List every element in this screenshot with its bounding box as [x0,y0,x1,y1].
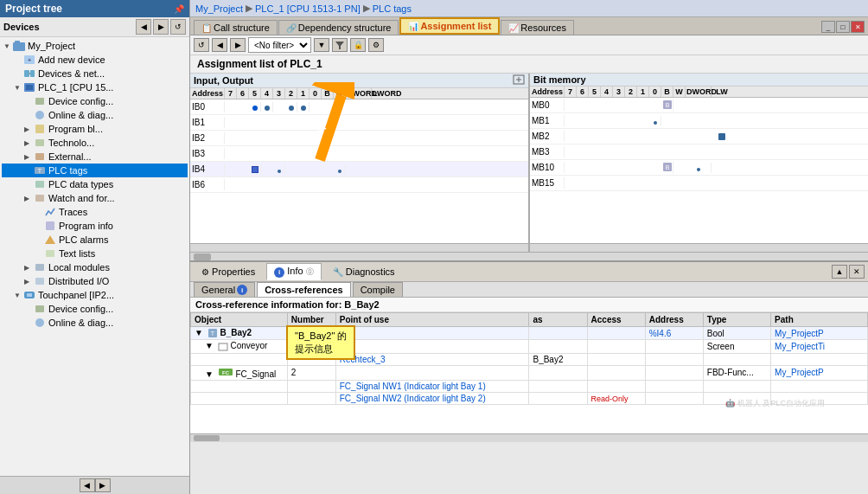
text-lists-icon [43,247,57,260]
sidebar-item-watch-for[interactable]: ▶ Watch and for... [2,191,188,205]
fc-expand-icon[interactable]: ▼ [205,369,214,379]
subtab-general[interactable]: General i [194,282,255,297]
sidebar-item-external[interactable]: ▶ External... [2,150,188,164]
panel-btn-expand[interactable]: ▲ [832,265,847,279]
io-addr-ib3: IB3 [190,148,225,159]
sidebar-btn-3[interactable]: ↺ [170,19,186,35]
xref-cell-number: 1 [287,340,335,353]
filter-dropdown-btn[interactable]: ▼ [314,38,329,52]
xref-col-access: Access [587,313,645,327]
io-col-4: 4 [261,88,273,99]
tab-dependency-structure[interactable]: 🔗 Dependency structure [278,20,399,35]
subtab-cross-references[interactable]: Cross-references [257,282,351,297]
window-close[interactable]: ✕ [851,21,865,33]
sidebar-item-technolo[interactable]: ▶ Technolo... [2,136,188,150]
plc-icon [22,81,36,93]
xref-cell-access [587,380,645,392]
xref-cell-path [771,353,868,365]
nav-right-btn[interactable]: ▶ [230,38,246,52]
xref-cell-point-of-use [335,340,529,353]
tab-properties[interactable]: ⚙ Properties [194,264,263,279]
xref-scrollbar-h[interactable] [190,433,868,442]
panel-btn-close[interactable]: ✕ [849,265,865,279]
dependency-icon: 🔗 [286,23,297,33]
sidebar-item-text-lists[interactable]: Text lists [2,247,188,260]
tree-arrow: ▼ [3,42,12,50]
sidebar-item-device-config[interactable]: Device config... [2,94,188,108]
xref-cell-type: FBD-Func... [703,365,770,380]
sidebar-item-label: Traces [59,207,87,217]
fc-nw1-link[interactable]: FC_Signal NW1 (Indicator light Bay 1) [340,382,486,391]
sidebar-item-my-project[interactable]: ▼ My_Project [2,39,188,53]
subtab-compile[interactable]: Compile [353,282,403,297]
tab-label: Info [287,266,303,276]
filter-select[interactable]: <No filter> [248,37,311,53]
sidebar-item-traces[interactable]: Traces [2,205,188,219]
sidebar-item-plc-tags[interactable]: T PLC tags [2,164,188,177]
xref-cell-object: ▼ T B_Bay2 "B_Bay2" 的 提示信息 [191,327,288,340]
sidebar-item-touchpanel[interactable]: ▼ Touchpanel [IP2... [2,288,188,302]
fc-signal-label: FC_Signal [235,369,276,379]
settings-btn[interactable]: ⚙ [368,38,384,52]
conveyor-expand-icon[interactable]: ▼ [205,341,214,350]
row-expand-icon[interactable]: ▼ [195,328,203,337]
general-tab-label: General [201,285,235,295]
sidebar-scroll-left[interactable]: ◀ [80,478,95,492]
sidebar-item-program-bl[interactable]: ▶ Program bl... [2,122,188,136]
sidebar-item-plc-data-types[interactable]: PLC data types [2,177,188,191]
xref-content: Cross-reference information for: B_Bay2 … [190,298,868,433]
tab-assignment-list[interactable]: 📊 Assignment list [399,17,500,35]
breadcrumb-part1[interactable]: My_Project [195,3,243,14]
breadcrumb-part2[interactable]: PLC_1 [CPU 1513-1 PN] [255,3,361,14]
svg-point-26 [35,318,44,327]
project-icon [12,40,26,52]
nav-left-btn[interactable]: ◀ [212,38,227,52]
xref-cell-object [191,380,288,392]
assignment-scrollbar-h[interactable] [190,252,868,260]
sidebar-btn-1[interactable]: ◀ [136,19,151,35]
tp-config-icon [33,303,47,315]
tab-info[interactable]: i Info ⓪ [266,263,321,280]
tab-resources[interactable]: 📈 Resources [501,20,574,35]
window-minimize[interactable]: _ [821,21,835,33]
sidebar-item-add-device[interactable]: + Add new device [2,53,188,67]
refresh-btn[interactable]: ↺ [194,38,209,52]
xref-cell-address [645,340,703,353]
xref-cell-object: ▼ FC FC_Signal [191,365,288,380]
sidebar-scroll-right[interactable]: ▶ [95,478,111,492]
lock-btn[interactable]: 🔒 [350,38,366,52]
tab-label: Dependency structure [298,22,392,33]
sidebar-item-devices-net[interactable]: Devices & net... [2,67,188,80]
sidebar-item-tp-device-config[interactable]: Device config... [2,302,188,316]
io-col-7: 7 [225,88,237,99]
sidebar-item-online-diag[interactable]: Online & diag... [2,108,188,122]
xref-cell-path [771,380,868,392]
window-maximize[interactable]: □ [836,21,850,33]
sidebar-btn-2[interactable]: ▶ [153,19,169,35]
tab-diagnostics[interactable]: 🔧 Diagnostics [325,264,403,279]
sidebar-item-local-modules[interactable]: ▶ Local modules [2,260,188,274]
tab-label: Properties [212,266,255,277]
xref-row-fc-signal: ▼ FC FC_Signal 2 [191,365,868,380]
filter-icon-btn[interactable] [332,38,348,52]
tab-call-structure[interactable]: 📋 Call structure [194,20,278,35]
tree-arrow: ▶ [24,278,33,285]
tab-label: Call structure [214,22,270,33]
sidebar-pin-icon[interactable]: 📌 [174,4,184,14]
sidebar-item-program-info[interactable]: Program info [2,219,188,233]
io-scrollbar-h[interactable] [190,243,528,252]
sidebar-item-plc1[interactable]: ▼ PLC_1 [CPU 15... [2,80,188,94]
breadcrumb-part3[interactable]: PLC tags [373,3,412,14]
bbay2-label: B_Bay2 [220,328,252,337]
rechteck-link[interactable]: Rechteck_3 [340,355,386,364]
fc-nw2-link[interactable]: FC_Signal NW2 (Indicator light Bay 2) [340,394,486,403]
tree-arrow: ▶ [24,195,33,202]
tags-icon: T [33,164,47,176]
sidebar-item-distributed-io[interactable]: ▶ Distributed I/O [2,274,188,288]
io-expand-icon[interactable] [513,74,525,87]
breadcrumb-sep2: ▶ [363,3,370,14]
sidebar-item-plc-alarms[interactable]: PLC alarms [2,233,188,247]
io-cell [249,102,261,112]
bm-scrollbar-h[interactable] [530,243,868,252]
sidebar-item-tp-online-diag[interactable]: Online & diag... [2,316,188,330]
